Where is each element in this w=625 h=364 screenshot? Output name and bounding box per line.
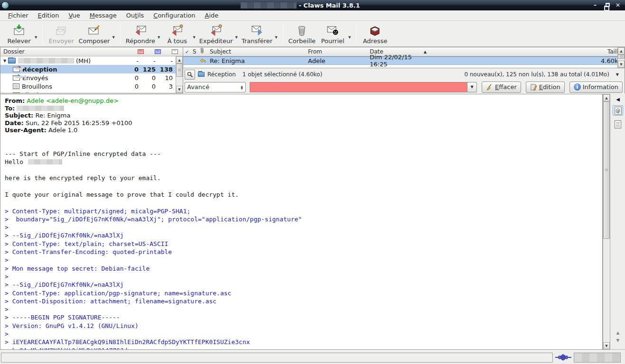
info-icon: i — [574, 83, 581, 91]
menu-item[interactable]: Vue — [64, 11, 84, 20]
unread-mail-column-header[interactable] — [149, 49, 166, 54]
statusbar — [0, 351, 625, 364]
scrollbar-thumb[interactable] — [618, 55, 625, 59]
dropdown-arrow-icon[interactable]: ▼ — [35, 36, 37, 39]
address-book-button[interactable]: Adresse — [360, 22, 390, 46]
edit-search-button[interactable]: Edition — [526, 82, 565, 93]
reply-sender-button[interactable]: Expéditeur ▼ — [197, 22, 240, 46]
header-date: Date: Sun, 22 Feb 2015 16:25:59 +0100 — [5, 119, 602, 127]
claws-mail-window: - Claws Mail 3.8.1 – ✕ Fichier Edition V… — [0, 0, 625, 364]
header-to: To: — [5, 105, 602, 112]
folder-row-drafts[interactable]: Brouillons 0 0 3 — [0, 82, 176, 91]
scroll-up-icon[interactable]: ▲ — [176, 56, 183, 64]
mime-scroll-up-icon[interactable]: ▲ — [616, 330, 620, 335]
attachment-column-header[interactable] — [200, 48, 210, 55]
scrollbar-thumb[interactable] — [176, 64, 183, 77]
mime-scroll-down-icon[interactable]: ▼ — [616, 338, 620, 343]
search-history-button[interactable]: ▼ — [467, 82, 477, 92]
scroll-down-icon[interactable]: ▼ — [618, 61, 625, 68]
reply-all-icon — [170, 24, 184, 37]
message-subject: Re: Enigma — [210, 57, 308, 64]
header-from: From: Adele <adele-en@gnupp.de> — [5, 97, 602, 105]
search-icon — [187, 72, 193, 78]
menu-item[interactable]: Aide — [201, 11, 223, 20]
scrollbar-thumb[interactable] — [603, 101, 610, 239]
send-mail-icon — [54, 24, 68, 37]
broom-icon — [486, 83, 493, 91]
reply-icon — [133, 24, 148, 37]
scroll-down-icon[interactable]: ▼ — [603, 342, 610, 349]
forward-icon — [250, 24, 264, 37]
search-toggle-button[interactable] — [185, 70, 195, 80]
spam-icon — [326, 24, 340, 37]
compose-button[interactable]: Composer ▼ — [76, 22, 116, 46]
redacted-progress-area — [574, 353, 621, 363]
message-list-pane: ✓ S Subject From Date▲ Taille — [183, 47, 625, 93]
message-view-scrollbar[interactable]: ▲ ▼ — [603, 94, 610, 350]
body-line: Hello — [5, 158, 602, 166]
body-line: I quote your original message to prove t… — [5, 191, 602, 199]
scroll-down-icon[interactable]: ▼ — [176, 86, 183, 93]
mime-part-message-button[interactable]: @ — [613, 105, 623, 116]
folder-pane-scrollbar[interactable]: ▲ ▼ — [176, 56, 183, 93]
menu-item[interactable]: Edition — [34, 11, 64, 20]
reply-all-button[interactable]: À tous ▼ — [162, 22, 197, 46]
scroll-up-icon[interactable]: ▲ — [618, 47, 625, 55]
menu-item[interactable]: Outils — [122, 11, 149, 20]
total-mail-icon — [172, 49, 178, 54]
header-user-agent: User-Agent: Adele 1.0 — [5, 127, 602, 134]
from-column-header[interactable]: From — [308, 48, 370, 55]
menu-item[interactable]: Message — [85, 11, 121, 20]
dropdown-arrow-icon[interactable]: ▼ — [348, 36, 351, 39]
folder-icon — [8, 58, 16, 64]
mime-part-text-button[interactable] — [613, 119, 623, 129]
minimize-button[interactable]: – — [592, 2, 598, 9]
trash-button[interactable]: Corbeille — [287, 22, 317, 46]
clear-search-button[interactable]: Effacer — [482, 82, 521, 93]
menu-item[interactable]: Configuration — [149, 11, 199, 20]
from-address-link[interactable]: Adele <adele-en@gnupp.de> — [27, 97, 119, 104]
folder-row-queue[interactable]: File d'attente 0 0 0 — [0, 91, 176, 93]
status-column-header[interactable]: S — [193, 48, 200, 55]
online-plug-icon[interactable] — [555, 354, 571, 361]
folder-pane-header[interactable]: Dossier — [0, 47, 183, 56]
forward-button[interactable]: Transférer ▼ — [240, 22, 280, 46]
dropdown-arrow-icon[interactable]: ▼ — [112, 36, 114, 39]
search-input[interactable] — [250, 82, 467, 92]
reply-button[interactable]: Répondre ▼ — [124, 22, 162, 46]
expander-icon[interactable]: ▼ — [1, 59, 8, 63]
dropdown-arrow-icon[interactable]: ▼ — [158, 36, 160, 39]
get-mail-button[interactable]: Relever ▼ — [4, 22, 39, 46]
titlebar[interactable]: - Claws Mail 3.8.1 – ✕ — [0, 0, 625, 10]
scroll-up-icon[interactable]: ▲ — [603, 94, 610, 101]
menu-item[interactable]: Fichier — [4, 11, 33, 20]
search-type-select[interactable]: Avancé ▲▼ — [185, 82, 246, 92]
close-button[interactable]: ✕ — [615, 2, 621, 9]
message-row-selected[interactable]: Re: Enigma Adele Dim 22/02/15 16:25 4.60… — [183, 56, 625, 65]
drafts-icon — [13, 83, 19, 89]
folder-row-inbox[interactable]: ↘ Réception 0 125 138 — [0, 65, 176, 73]
new-mail-column-header[interactable] — [131, 49, 149, 54]
body-line — [5, 166, 602, 174]
message-body: --- Start of PGP/Inline encrypted data -… — [5, 150, 602, 350]
upper-panes: Dossier ▼ (MH) - - - — [0, 47, 625, 93]
body-line — [5, 182, 602, 191]
chevron-down-icon[interactable]: ▼ — [616, 73, 621, 77]
spam-button[interactable]: Pourriel ▼ — [317, 22, 353, 46]
dropdown-arrow-icon[interactable]: ▼ — [193, 36, 195, 39]
message-list-scrollbar[interactable]: ▲ ▼ — [617, 47, 625, 68]
folder-row-account[interactable]: ▼ (MH) - - - — [0, 56, 176, 65]
collapse-panel-icon[interactable]: ◀ — [611, 97, 625, 102]
search-info-button[interactable]: i Information — [569, 82, 623, 93]
folder-row-sent[interactable]: ↖ Envoyés 0 0 10 — [0, 73, 176, 82]
maximize-button[interactable] — [603, 2, 610, 9]
message-view[interactable]: From: Adele <adele-en@gnupp.de> To: Subj… — [0, 94, 603, 350]
address-book-icon — [368, 24, 382, 37]
dropdown-arrow-icon[interactable]: ▼ — [275, 36, 277, 39]
subject-column-header[interactable]: Subject — [210, 48, 308, 55]
message-part-icon: @ — [615, 107, 622, 115]
check-column-header[interactable]: ✓ — [185, 49, 193, 55]
folder-column-header[interactable]: Dossier — [3, 48, 131, 55]
dropdown-arrow-icon[interactable]: ▼ — [235, 36, 237, 39]
total-mail-column-header[interactable] — [166, 49, 183, 54]
